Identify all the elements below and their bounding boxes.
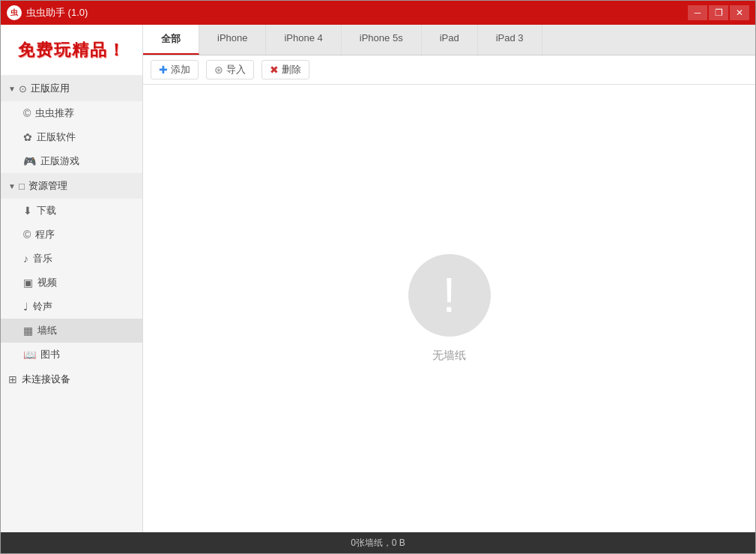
item-label: 下载 (37, 204, 56, 217)
app-window: 虫 虫虫助手 (1.0) ─ ❐ ✕ 免费玩精品！ ▼ ⊙ 正版应用 © 虫虫推… (0, 0, 756, 554)
item-label: 虫虫推荐 (35, 106, 74, 120)
window-controls: ─ ❐ ✕ (688, 5, 749, 20)
section2-arrow-icon: ▼ (8, 182, 16, 190)
device-label: 未连接设备 (22, 373, 70, 386)
tab-ipad3[interactable]: iPad 3 (478, 25, 542, 55)
tab-iphone[interactable]: iPhone (199, 25, 266, 55)
add-icon: ✚ (159, 64, 168, 76)
tab-iphone5s[interactable]: iPhone 5s (342, 25, 422, 55)
sidebar-section-2-header[interactable]: ▼ □ 资源管理 (1, 173, 142, 199)
sidebar-item-music[interactable]: ♪ 音乐 (1, 247, 142, 271)
empty-icon: ! (408, 254, 491, 337)
content-area: 全部 iPhone iPhone 4 iPhone 5s iPad iPad 3 (143, 25, 755, 532)
status-text: 0张墙纸，0 B (351, 537, 405, 550)
tabs-bar: 全部 iPhone iPhone 4 iPhone 5s iPad iPad 3 (143, 25, 755, 55)
sidebar-item-download[interactable]: ⬇ 下载 (1, 199, 142, 223)
logo-text: 免费玩精品！ (18, 39, 126, 61)
section2-label: 资源管理 (28, 179, 67, 193)
section1-label: 正版应用 (31, 82, 70, 95)
import-icon: ⊛ (214, 64, 223, 76)
item-label: 墙纸 (37, 324, 57, 337)
minimize-button[interactable]: ─ (688, 5, 707, 20)
sidebar-item-video[interactable]: ▣ 视频 (1, 271, 142, 295)
sidebar-item-ringtone[interactable]: ♩ 铃声 (1, 295, 142, 319)
sidebar-item-chongchong[interactable]: © 虫虫推荐 (1, 101, 142, 125)
close-button[interactable]: ✕ (730, 5, 749, 20)
sidebar-item-wallpaper[interactable]: ▦ 墙纸 (1, 319, 142, 343)
app-logo-icon: 虫 (7, 5, 22, 20)
tab-iphone4[interactable]: iPhone 4 (266, 25, 341, 55)
main-content: ! 无墙纸 (143, 85, 755, 532)
empty-state: ! 无墙纸 (408, 254, 491, 363)
device-icon: ⊞ (8, 373, 17, 385)
download-icon: ⬇ (23, 205, 32, 217)
sidebar-item-software[interactable]: ✿ 正版软件 (1, 125, 142, 149)
sidebar-section-1-header[interactable]: ▼ ⊙ 正版应用 (1, 76, 142, 101)
tab-all[interactable]: 全部 (143, 25, 199, 55)
status-bar: 0张墙纸，0 B (1, 532, 755, 553)
item-label: 图书 (40, 348, 60, 361)
item-label: 程序 (35, 228, 55, 241)
ringtone-icon: ♩ (23, 301, 28, 313)
title-bar: 虫 虫虫助手 (1.0) ─ ❐ ✕ (1, 1, 755, 25)
item-label: 铃声 (33, 300, 52, 313)
section1-arrow-icon: ▼ (8, 85, 16, 93)
item-label: 视频 (37, 276, 57, 289)
software-icon: ✿ (23, 131, 32, 143)
sidebar-item-program[interactable]: © 程序 (1, 223, 142, 247)
sidebar-logo: 免费玩精品！ (1, 25, 142, 76)
sidebar-item-books[interactable]: 📖 图书 (1, 343, 142, 367)
sidebar-item-games[interactable]: 🎮 正版游戏 (1, 149, 142, 173)
toolbar: ✚ 添加 ⊛ 导入 ✖ 删除 (143, 55, 755, 85)
program-icon: © (23, 229, 31, 241)
wallpaper-icon: ▦ (23, 325, 33, 337)
sidebar: 免费玩精品！ ▼ ⊙ 正版应用 © 虫虫推荐 ✿ 正版软件 🎮 正版游戏 (1, 25, 143, 532)
item-label: 正版游戏 (40, 154, 79, 168)
item-label: 音乐 (33, 252, 52, 265)
books-icon: 📖 (23, 349, 36, 361)
section2-icon: □ (19, 181, 25, 192)
section1-icon: ⊙ (19, 83, 27, 94)
delete-icon: ✖ (270, 64, 279, 76)
restore-button[interactable]: ❐ (709, 5, 728, 20)
main-layout: 免费玩精品！ ▼ ⊙ 正版应用 © 虫虫推荐 ✿ 正版软件 🎮 正版游戏 (1, 25, 755, 532)
games-icon: 🎮 (23, 155, 36, 167)
empty-text: 无墙纸 (432, 349, 466, 363)
video-icon: ▣ (23, 277, 33, 289)
import-button[interactable]: ⊛ 导入 (206, 60, 254, 79)
tab-ipad[interactable]: iPad (422, 25, 478, 55)
app-title: 虫虫助手 (1.0) (26, 6, 688, 19)
music-icon: ♪ (23, 253, 28, 265)
sidebar-bottom-device[interactable]: ⊞ 未连接设备 (1, 367, 142, 392)
add-button[interactable]: ✚ 添加 (151, 60, 199, 79)
item-label: 正版软件 (37, 130, 76, 144)
chongchong-icon: © (23, 107, 31, 119)
delete-button[interactable]: ✖ 删除 (261, 60, 309, 79)
